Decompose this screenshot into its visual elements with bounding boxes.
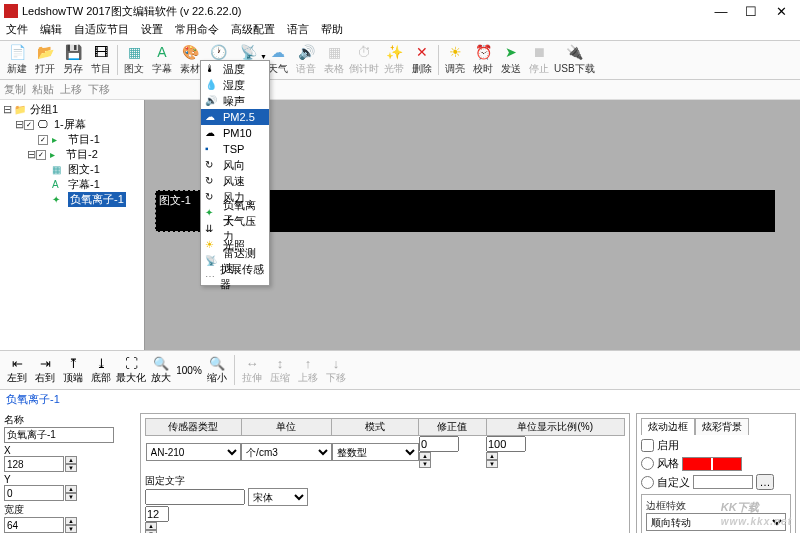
dropdown-item-ext[interactable]: ⋯扩展传感器 [201,269,269,285]
align-left-button[interactable]: ⇤左到 [4,356,30,385]
subtitle-button[interactable]: A字幕 [149,43,175,76]
menu-edit[interactable]: 编辑 [38,22,64,40]
open-button[interactable]: 📂打开 [32,43,58,76]
font-select[interactable]: 宋体 [248,488,308,506]
checkbox[interactable]: ✓ [38,135,48,145]
display-cell-1[interactable]: 图文-1 [155,190,203,232]
menu-adaptive[interactable]: 自适应节目 [72,22,131,40]
dropdown-item-noise[interactable]: 🔊噪声 [201,93,269,109]
dropdown-item-pm25[interactable]: ☁PM2.5 [201,109,269,125]
humidity-icon: 💧 [205,79,219,91]
paste-button[interactable]: 粘贴 [32,82,54,97]
table-button[interactable]: ▦表格 [321,43,347,76]
correct-input[interactable] [419,436,459,452]
new-button[interactable]: 📄新建 [4,43,30,76]
unit-select[interactable]: 个/cm3 [241,443,332,461]
menu-file[interactable]: 文件 [4,22,30,40]
checkbox[interactable]: ✓ [24,120,34,130]
w-up[interactable]: ▲ [65,517,77,525]
name-input[interactable] [4,427,114,443]
copy-button[interactable]: 复制 [4,82,26,97]
send-button[interactable]: ➤发送 [498,43,524,76]
menu-advanced[interactable]: 高级配置 [229,22,277,40]
style-radio[interactable] [641,457,654,470]
tab-border[interactable]: 炫动边框 [641,418,695,435]
width-input[interactable] [4,517,64,533]
tree-subtitle[interactable]: A字幕-1 [2,177,142,192]
send-icon: ➤ [502,43,520,61]
checkbox[interactable]: ✓ [36,150,46,160]
menu-common[interactable]: 常用命令 [173,22,221,40]
menu-language[interactable]: 语言 [285,22,311,40]
close-button[interactable]: ✕ [766,4,796,19]
ratio-input[interactable] [486,436,526,452]
movedown2-button[interactable]: ↓下移 [323,356,349,385]
y-up[interactable]: ▲ [65,485,77,493]
type-select[interactable]: AN-210 [146,443,242,461]
x-input[interactable] [4,456,64,472]
maximize-button[interactable]: ☐ [736,4,766,19]
compress-button[interactable]: ↕压缩 [267,356,293,385]
y-input[interactable] [4,485,64,501]
dropdown-item-windspeed[interactable]: ↻风速 [201,173,269,189]
x-down[interactable]: ▼ [65,464,77,472]
dropdown-item-humidity[interactable]: 💧湿度 [201,77,269,93]
movedown-button[interactable]: 下移 [88,82,110,97]
timing-button[interactable]: ⏰校时 [470,43,496,76]
program-icon: 🎞 [92,43,110,61]
fixedtext-input[interactable] [145,489,245,505]
mode-select[interactable]: 整数型 [332,443,419,461]
tab-bg[interactable]: 炫彩背景 [695,418,749,435]
effect-select[interactable]: 顺向转动 [646,513,786,531]
tree-screen[interactable]: ⊟✓🖵1-屏幕 [2,117,142,132]
tuwen-button[interactable]: ▦图文 [121,43,147,76]
y-down[interactable]: ▼ [65,493,77,501]
light-button[interactable]: ☀调亮 [442,43,468,76]
align-bottom-button[interactable]: ⤓底部 [88,356,114,385]
browse-button[interactable]: … [756,474,774,490]
custom-preview[interactable] [693,475,753,489]
main-toolbar: 📄新建 📂打开 💾另存 🎞节目 ▦图文 A字幕 🎨素材 🕐时间 📡传感器▼ ☁天… [0,40,800,80]
menu-settings[interactable]: 设置 [139,22,165,40]
dropdown-item-pressure[interactable]: ⇊大气压力 [201,221,269,237]
moveup-button[interactable]: 上移 [60,82,82,97]
tree-tuwen[interactable]: ▦图文-1 [2,162,142,177]
maximize-button2[interactable]: ⛶最大化 [116,356,146,385]
zoomin-button[interactable]: 🔍放大 [148,356,174,385]
dropdown-item-winddir[interactable]: ↻风向 [201,157,269,173]
usb-button[interactable]: 🔌USB下载 [554,43,595,76]
tree-prog1[interactable]: ✓▸节目-1 [2,132,142,147]
style-preview[interactable] [682,457,742,471]
name-label: 名称 [4,413,134,427]
dropdown-item-pm10[interactable]: ☁PM10 [201,125,269,141]
custom-radio[interactable] [641,476,654,489]
timer-button[interactable]: ⏱倒计时 [349,43,379,76]
stretch-button[interactable]: ↔拉伸 [239,356,265,385]
tree-prog2[interactable]: ⊟✓▸节目-2 [2,147,142,162]
dropdown-item-temp[interactable]: 🌡温度 [201,61,269,77]
x-up[interactable]: ▲ [65,456,77,464]
neon-button[interactable]: ✨光带 [381,43,407,76]
pm10-icon: ☁ [205,127,219,139]
zoom100[interactable]: 100% [176,365,202,376]
align-right-button[interactable]: ⇥右到 [32,356,58,385]
fontsize-input[interactable] [145,506,169,522]
tree-group[interactable]: ⊟📁分组1 [2,102,142,117]
menu-help[interactable]: 帮助 [319,22,345,40]
subtitle-icon: A [52,179,66,191]
panel-title: 负氧离子-1 [0,390,800,409]
align-top-button[interactable]: ⤒顶端 [60,356,86,385]
saveas-button[interactable]: 💾另存 [60,43,86,76]
zoomout-button[interactable]: 🔍缩小 [204,356,230,385]
open-icon: 📂 [36,43,54,61]
tree-ion[interactable]: ✦负氧离子-1 [2,192,142,207]
moveup2-button[interactable]: ↑上移 [295,356,321,385]
delete-button[interactable]: ✕删除 [409,43,435,76]
minimize-button[interactable]: — [706,4,736,19]
enable-checkbox[interactable] [641,439,654,452]
w-down[interactable]: ▼ [65,525,77,533]
stop-button[interactable]: ⏹停止 [526,43,552,76]
dropdown-item-tsp[interactable]: ▪TSP [201,141,269,157]
program-button[interactable]: 🎞节目 [88,43,114,76]
voice-button[interactable]: 🔊语音 [293,43,319,76]
